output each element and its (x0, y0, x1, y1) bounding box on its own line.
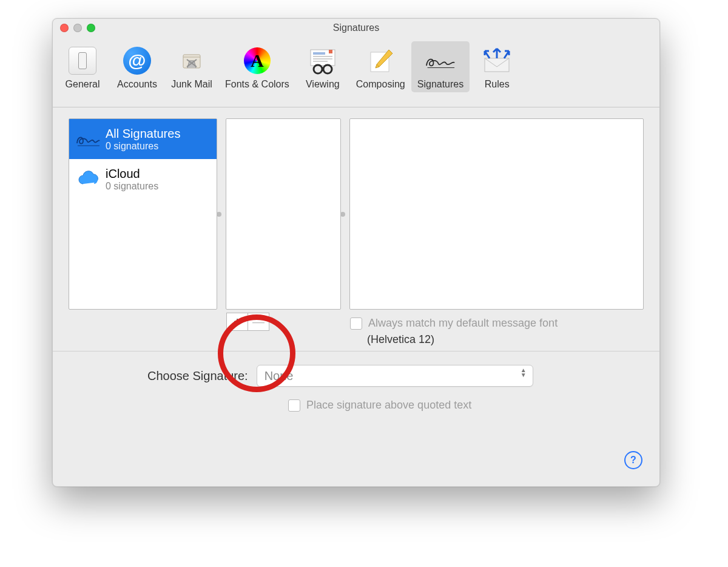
add-signature-button[interactable]: + (226, 313, 248, 331)
account-title: All Signatures (106, 127, 180, 141)
signature-editor-panel[interactable]: Always match my default message font (He… (349, 118, 644, 310)
junk-mail-icon (175, 44, 209, 78)
minus-icon: — (252, 315, 265, 329)
accounts-panel[interactable]: All Signatures 0 signatures iCloud 0 sig… (69, 118, 217, 310)
viewing-icon (306, 44, 340, 78)
account-subtitle: 0 signatures (106, 141, 180, 152)
plus-icon: + (234, 315, 241, 329)
svg-rect-3 (313, 56, 332, 57)
tab-composing[interactable]: Composing (350, 41, 411, 92)
signature-icon (75, 126, 101, 152)
fonts-colors-icon (240, 44, 274, 78)
tab-label: General (66, 79, 100, 90)
add-remove-buttons: + — (226, 313, 269, 331)
account-subtitle: 0 signatures (106, 181, 158, 192)
place-above-label: Place signature above quoted text (306, 399, 471, 412)
account-title: iCloud (106, 167, 158, 181)
tab-viewing[interactable]: Viewing (295, 41, 350, 92)
tab-signatures[interactable]: Signatures (411, 41, 470, 92)
match-font-label: Always match my default message font (368, 317, 558, 330)
three-pane-layout: All Signatures 0 signatures iCloud 0 sig… (69, 118, 644, 310)
composing-icon (363, 44, 397, 78)
tab-fonts-colors[interactable]: Fonts & Colors (219, 41, 295, 92)
tab-junk-mail[interactable]: Junk Mail (164, 41, 219, 92)
section-divider (53, 351, 659, 351)
place-above-checkbox (288, 399, 300, 412)
tab-label: Rules (485, 79, 510, 90)
tab-label: Fonts & Colors (225, 79, 289, 90)
select-value: None (265, 369, 294, 383)
svg-point-7 (314, 65, 322, 73)
help-button[interactable]: ? (624, 451, 642, 469)
tab-label: Composing (356, 79, 405, 90)
account-row-all[interactable]: All Signatures 0 signatures (69, 119, 217, 159)
chevron-updown-icon: ▲▼ (521, 368, 527, 378)
default-font-detail: (Helvetica 12) (367, 333, 643, 346)
match-font-checkbox-row: Always match my default message font (350, 317, 643, 330)
tab-label: Signatures (417, 79, 464, 90)
svg-rect-6 (329, 50, 332, 53)
window-title: Signatures (53, 22, 659, 33)
tab-rules[interactable]: Rules (470, 41, 524, 92)
pane-resize-handle[interactable] (217, 212, 221, 217)
tab-label: Junk Mail (171, 79, 212, 90)
account-row-icloud[interactable]: iCloud 0 signatures (69, 159, 217, 199)
svg-rect-2 (313, 52, 325, 55)
accounts-icon: @ (120, 44, 154, 78)
choose-signature-label: Choose Signature: (147, 369, 248, 383)
rules-icon (480, 44, 514, 78)
signatures-icon (423, 44, 457, 78)
icloud-icon (75, 166, 101, 192)
match-font-row: Always match my default message font (He… (350, 317, 643, 346)
pane-resize-handle[interactable] (340, 212, 345, 217)
match-font-checkbox (350, 317, 362, 330)
tab-accounts[interactable]: @ Accounts (110, 41, 164, 92)
titlebar: Signatures (53, 19, 659, 38)
tab-label: Viewing (306, 79, 340, 90)
svg-point-8 (323, 65, 332, 73)
signature-list-panel[interactable]: + — (226, 118, 341, 310)
svg-rect-10 (485, 58, 509, 72)
choose-signature-select[interactable]: None ▲▼ (257, 365, 533, 387)
place-above-row: Place signature above quoted text (288, 399, 644, 412)
general-icon (66, 44, 99, 78)
choose-signature-row: Choose Signature: None ▲▼ (147, 365, 644, 387)
help-icon: ? (630, 455, 636, 466)
svg-rect-5 (313, 61, 328, 62)
preferences-toolbar: General @ Accounts Junk Mail Fonts & Col… (53, 38, 659, 107)
signatures-content: All Signatures 0 signatures iCloud 0 sig… (53, 107, 659, 487)
tab-general[interactable]: General (55, 41, 110, 92)
remove-signature-button: — (248, 313, 269, 331)
preferences-window: Signatures General @ Accounts Junk Mail … (52, 18, 660, 487)
tab-label: Accounts (117, 79, 157, 90)
svg-rect-4 (313, 58, 332, 59)
